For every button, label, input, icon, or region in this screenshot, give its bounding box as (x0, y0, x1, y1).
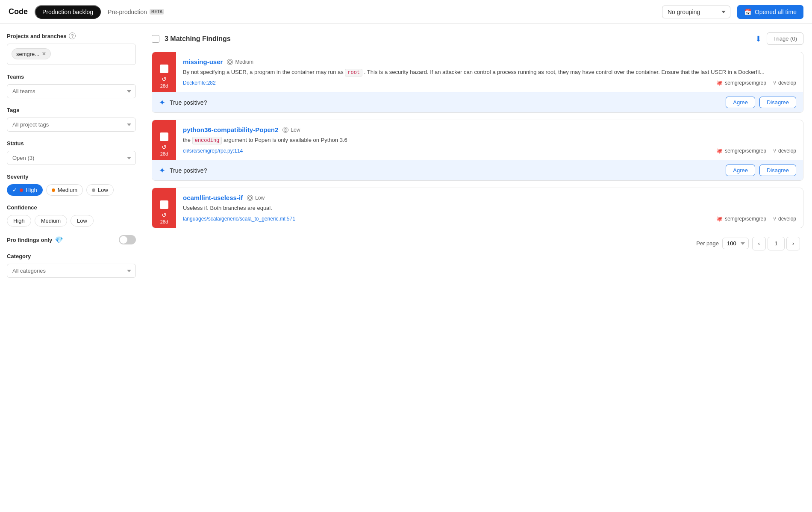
teams-select[interactable]: All teams (7, 84, 136, 98)
finding-branch: ⑂ develop (773, 80, 796, 86)
disagree-button[interactable]: Disagree (759, 165, 796, 176)
severity-chip-low[interactable]: Low (86, 184, 114, 196)
finding-description: By not specifying a USER, a program in t… (183, 68, 796, 77)
prev-page-button[interactable]: ‹ (752, 237, 766, 250)
production-backlog-tab[interactable]: Production backlog (35, 5, 101, 19)
confidence-chip-medium[interactable]: Medium (35, 215, 67, 227)
code-snippet: encoding (192, 137, 222, 144)
branch-icon: ⑂ (773, 148, 776, 154)
main-content: 3 Matching Findings ⬇ Triage (0) ↺ 28d m… (143, 24, 812, 512)
pro-findings-toggle[interactable] (119, 235, 136, 244)
tag-close-icon[interactable]: × (42, 50, 46, 57)
current-page: 1 (768, 237, 785, 250)
ai-triage-question: True positive? (170, 167, 721, 174)
finding-title-row: ocamllint-useless-if ⊙ Low (183, 194, 796, 201)
github-icon: 🐙 (716, 216, 723, 222)
download-icon[interactable]: ⬇ (755, 34, 762, 44)
finding-title-row: missing-user ⊙ Medium (183, 58, 796, 65)
finding-branch: ⑂ develop (773, 216, 796, 222)
grouping-select[interactable]: No grouping (662, 6, 730, 18)
category-section: Category All categories (7, 253, 136, 278)
ai-triage-bar: ✦ True positive? Agree Disagree (152, 160, 803, 180)
severity-chips-container: ✓ High Medium Low (7, 184, 136, 196)
finding-severity: ⊙ Medium (227, 59, 253, 65)
finding-file[interactable]: cli/src/semgrep/rpc.py:114 (183, 148, 243, 154)
card-time: ↺ 28d (160, 144, 168, 156)
confidence-chip-low[interactable]: Low (71, 215, 94, 227)
finding-meta: cli/src/semgrep/rpc.py:114 🐙 semgrep/sem… (183, 148, 796, 154)
branch-icon: ⑂ (773, 216, 776, 222)
diamond-icon: 💎 (55, 236, 63, 244)
app-header: Code Production backlog Pre-production B… (0, 0, 812, 24)
finding-checkbox[interactable] (160, 200, 168, 209)
checkmark-icon: ✓ (12, 187, 17, 193)
status-select[interactable]: Open (3) (7, 151, 136, 165)
calendar-icon: 📅 (744, 9, 751, 15)
pro-findings-row: Pro findings only 💎 (7, 235, 136, 244)
finding-checkbox[interactable] (160, 132, 168, 141)
medium-dot (52, 188, 55, 192)
finding-content: missing-user ⊙ Medium By not specifying … (176, 52, 803, 92)
confidence-chips-container: High Medium Low (7, 215, 136, 227)
confidence-chip-high[interactable]: High (7, 215, 31, 227)
severity-icon: ⊙ (247, 195, 253, 201)
card-severity-bar: ↺ 28d (152, 188, 176, 228)
per-page-select[interactable]: 100 (722, 238, 749, 249)
confidence-section: Confidence High Medium Low (7, 204, 136, 227)
beta-badge: BETA (150, 9, 164, 15)
finding-branch: ⑂ develop (773, 148, 796, 154)
disagree-button[interactable]: Disagree (759, 97, 796, 108)
severity-medium-label: Medium (58, 187, 77, 193)
finding-severity: ⊙ Low (282, 127, 300, 133)
finding-repo: 🐙 semgrep/semgrep (716, 148, 766, 154)
card-severity-bar: ↺ 28d (152, 120, 176, 160)
tags-select[interactable]: All project tags (7, 118, 136, 132)
clock-icon: ↺ (162, 144, 167, 150)
finding-description: the encoding argument to Popen is only a… (183, 136, 796, 144)
finding-meta: Dockerfile:282 🐙 semgrep/semgrep ⑂ devel… (183, 80, 796, 86)
status-section: Status Open (3) (7, 140, 136, 165)
select-all-checkbox[interactable] (152, 35, 159, 43)
finding-card-inner: ↺ 28d missing-user ⊙ Medium By not speci… (152, 52, 803, 92)
agree-button[interactable]: Agree (726, 165, 755, 176)
finding-card: ↺ 28d ocamllint-useless-if ⊙ Low Useless… (152, 188, 803, 228)
agree-button[interactable]: Agree (726, 97, 755, 108)
finding-checkbox[interactable] (160, 65, 168, 73)
app-logo: Code (9, 7, 28, 16)
severity-high-label: High (26, 187, 37, 193)
tags-label: Tags (7, 107, 136, 113)
next-page-button[interactable]: › (786, 237, 800, 250)
finding-file[interactable]: languages/scala/generic/scala_to_generic… (183, 216, 295, 222)
finding-title[interactable]: python36-compatibility-Popen2 (183, 126, 278, 133)
github-icon: 🐙 (716, 80, 723, 86)
confidence-label: Confidence (7, 204, 136, 211)
category-select[interactable]: All categories (7, 264, 136, 278)
sidebar: Projects and branches ? semgre... × Team… (0, 24, 143, 512)
triage-button[interactable]: Triage (0) (767, 32, 803, 45)
help-icon[interactable]: ? (69, 32, 76, 39)
finding-file[interactable]: Dockerfile:282 (183, 80, 216, 86)
finding-card: ↺ 28d python36-compatibility-Popen2 ⊙ Lo… (152, 120, 803, 181)
severity-chip-medium[interactable]: Medium (46, 184, 83, 196)
toggle-slider (119, 235, 136, 244)
finding-description: Useless if. Both branches are equal. (183, 204, 796, 212)
severity-chip-high[interactable]: ✓ High (7, 184, 43, 196)
severity-icon: ⊙ (227, 59, 233, 65)
finding-title[interactable]: missing-user (183, 58, 223, 65)
ai-sparkle-icon: ✦ (159, 98, 165, 107)
opened-all-time-button[interactable]: 📅 Opened all time (737, 5, 803, 19)
severity-section: Severity ✓ High Medium Low (7, 174, 136, 196)
card-severity-bar: ↺ 28d (152, 52, 176, 92)
finding-card-inner: ↺ 28d ocamllint-useless-if ⊙ Low Useless… (152, 188, 803, 228)
findings-header: 3 Matching Findings ⬇ Triage (0) (152, 32, 803, 45)
severity-low-label: Low (98, 187, 108, 193)
finding-repo: 🐙 semgrep/semgrep (716, 216, 766, 222)
pre-production-tab[interactable]: Pre-production BETA (108, 9, 164, 15)
clock-icon: ↺ (162, 212, 167, 218)
high-dot (20, 188, 23, 192)
finding-card-inner: ↺ 28d python36-compatibility-Popen2 ⊙ Lo… (152, 120, 803, 160)
projects-label: Projects and branches ? (7, 32, 136, 39)
finding-title[interactable]: ocamllint-useless-if (183, 194, 243, 201)
severity-icon: ⊙ (282, 127, 288, 133)
pro-findings-label: Pro findings only 💎 (7, 236, 115, 244)
